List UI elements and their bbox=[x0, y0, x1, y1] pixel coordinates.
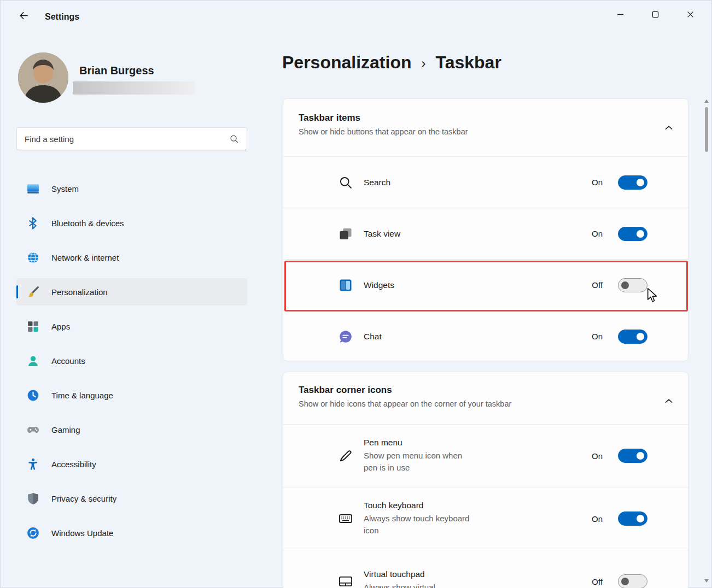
sidebar-item-label: System bbox=[51, 184, 79, 193]
time-language-icon bbox=[26, 389, 40, 402]
sidebar-item-label: Time & language bbox=[51, 391, 113, 400]
row-label: Touch keyboard bbox=[364, 501, 592, 510]
toggle-state-label: Off bbox=[592, 577, 603, 586]
touch-keyboard-icon bbox=[338, 511, 353, 526]
row-text: Pen menu Show pen menu icon when pen is … bbox=[364, 438, 592, 474]
scrollbar-thumb[interactable] bbox=[705, 107, 708, 152]
sidebar-item-personalization[interactable]: Personalization bbox=[16, 278, 247, 305]
widgets-row: Widgets Off bbox=[283, 259, 688, 310]
toggle-knob bbox=[621, 578, 629, 585]
sidebar-item-label: Apps bbox=[51, 322, 70, 331]
back-button[interactable] bbox=[14, 7, 33, 23]
row-label: Pen menu bbox=[364, 438, 592, 448]
breadcrumb: Personalization › Taskbar bbox=[282, 52, 501, 73]
row-label: Widgets bbox=[364, 280, 592, 290]
scrollbar[interactable] bbox=[703, 98, 710, 584]
taskbar-items-header[interactable]: Taskbar items Show or hide buttons that … bbox=[283, 99, 688, 156]
search-box[interactable] bbox=[16, 127, 247, 150]
row-text: Touch keyboard Always show touch keyboar… bbox=[364, 501, 592, 537]
taskbar-items-card: Taskbar items Show or hide buttons that … bbox=[283, 98, 688, 361]
section-subtitle: Show or hide icons that appear on the co… bbox=[299, 399, 673, 408]
sidebar-item-label: Bluetooth & devices bbox=[51, 219, 124, 228]
chat-toggle[interactable] bbox=[618, 330, 647, 344]
chat-icon bbox=[338, 329, 353, 344]
sidebar: Brian Burgess System Bluetooth & devices… bbox=[0, 31, 252, 588]
toggle-state-label: On bbox=[592, 451, 603, 461]
taskbar-corner-icons-card: Taskbar corner icons Show or hide icons … bbox=[283, 372, 688, 588]
chevron-up-icon[interactable] bbox=[664, 123, 674, 133]
sidebar-item-apps[interactable]: Apps bbox=[16, 313, 247, 340]
chevron-up-icon[interactable] bbox=[664, 396, 674, 406]
section-title: Taskbar items bbox=[299, 113, 673, 124]
accounts-icon bbox=[26, 354, 40, 368]
breadcrumb-personalization[interactable]: Personalization bbox=[282, 52, 412, 73]
task-view-row: Task view On bbox=[283, 208, 688, 259]
virtual-touchpad-toggle[interactable] bbox=[618, 574, 647, 588]
taskbar-corner-icons-header[interactable]: Taskbar corner icons Show or hide icons … bbox=[283, 372, 688, 424]
sidebar-item-label: Gaming bbox=[51, 425, 80, 434]
toggle-knob bbox=[637, 515, 644, 522]
back-arrow-icon bbox=[19, 10, 29, 21]
personalization-icon bbox=[26, 285, 40, 299]
virtual-touchpad-row: Virtual touchpad Always show virtual Off bbox=[283, 550, 688, 588]
sidebar-item-system[interactable]: System bbox=[16, 175, 247, 202]
sidebar-item-accounts[interactable]: Accounts bbox=[16, 347, 247, 374]
privacy-security-icon bbox=[26, 492, 40, 505]
sidebar-item-label: Accounts bbox=[51, 356, 85, 366]
toggle-knob bbox=[637, 230, 644, 238]
toggle-state-label: On bbox=[592, 514, 603, 524]
touch-keyboard-row: Touch keyboard Always show touch keyboar… bbox=[283, 487, 688, 550]
maximize-button[interactable] bbox=[638, 3, 673, 25]
row-label: Virtual touchpad bbox=[364, 569, 592, 579]
apps-icon bbox=[26, 320, 40, 333]
task-view-toggle[interactable] bbox=[618, 227, 647, 241]
section-title: Taskbar corner icons bbox=[299, 385, 673, 396]
sidebar-item-windows-update[interactable]: Windows Update bbox=[16, 519, 247, 546]
sidebar-item-gaming[interactable]: Gaming bbox=[16, 416, 247, 443]
main-content: Personalization › Taskbar Taskbar items … bbox=[282, 31, 712, 588]
title-bar: Settings bbox=[0, 0, 712, 31]
touch-keyboard-toggle[interactable] bbox=[618, 511, 647, 526]
sidebar-item-network-internet[interactable]: Network & internet bbox=[16, 244, 247, 271]
page-title: Taskbar bbox=[436, 52, 501, 73]
minimize-icon bbox=[617, 11, 624, 18]
sidebar-item-label: Windows Update bbox=[51, 528, 113, 538]
row-description: Always show touch keyboard icon bbox=[364, 513, 472, 537]
sidebar-item-time-language[interactable]: Time & language bbox=[16, 381, 247, 409]
toggle-knob bbox=[637, 333, 644, 340]
sidebar-item-accessibility[interactable]: Accessibility bbox=[16, 450, 247, 478]
profile-name: Brian Burgess bbox=[79, 64, 154, 77]
scroll-up-icon[interactable] bbox=[704, 99, 709, 103]
redacted-email-bar bbox=[73, 81, 195, 95]
sidebar-nav: System Bluetooth & devices Network & int… bbox=[16, 175, 247, 554]
virtual-touchpad-icon bbox=[338, 574, 353, 588]
search-toggle[interactable] bbox=[618, 175, 647, 190]
bluetooth-icon bbox=[26, 216, 40, 230]
close-button[interactable] bbox=[673, 3, 708, 25]
toggle-state-label: On bbox=[592, 229, 603, 238]
toggle-state-label: On bbox=[592, 332, 603, 341]
pen-menu-toggle[interactable] bbox=[618, 449, 647, 463]
gaming-icon bbox=[26, 423, 40, 437]
row-description: Always show virtual bbox=[364, 581, 472, 588]
sidebar-item-label: Network & internet bbox=[51, 253, 119, 262]
system-icon bbox=[26, 182, 40, 196]
search-row: Search On bbox=[283, 156, 688, 208]
toggle-knob bbox=[637, 452, 644, 460]
widgets-toggle[interactable] bbox=[618, 278, 647, 292]
sidebar-item-bluetooth-devices[interactable]: Bluetooth & devices bbox=[16, 209, 247, 237]
toggle-state-label: On bbox=[592, 178, 603, 187]
search-input[interactable] bbox=[25, 134, 229, 144]
section-subtitle: Show or hide buttons that appear on the … bbox=[299, 127, 673, 136]
sidebar-item-label: Personalization bbox=[51, 287, 108, 297]
search-icon bbox=[229, 134, 239, 144]
window-controls bbox=[603, 3, 708, 25]
toggle-knob bbox=[621, 281, 629, 289]
avatar[interactable] bbox=[18, 52, 68, 103]
row-text: Virtual touchpad Always show virtual bbox=[364, 569, 592, 588]
sidebar-item-privacy-security[interactable]: Privacy & security bbox=[16, 485, 247, 512]
minimize-button[interactable] bbox=[603, 3, 638, 25]
close-icon bbox=[687, 11, 694, 18]
scroll-down-icon[interactable] bbox=[704, 579, 709, 583]
toggle-knob bbox=[637, 179, 644, 186]
